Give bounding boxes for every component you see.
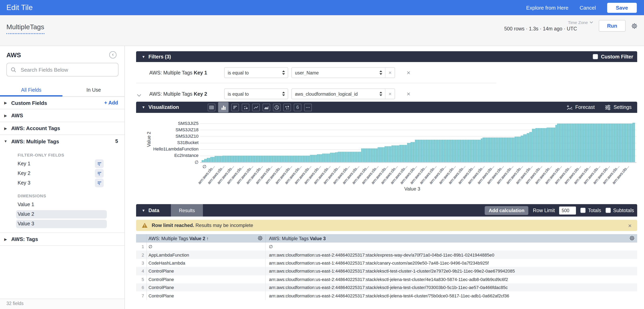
select-arrows-icon [282, 92, 288, 96]
add-calculation-button[interactable]: Add calculation [485, 206, 528, 215]
row-limit-input[interactable] [559, 206, 576, 214]
dimensions-heading: DIMENSIONS [18, 193, 124, 198]
table-row[interactable]: 4ControlPlanearn:aws:cloudformation:us-e… [136, 267, 637, 275]
sidebar-field-value2-selected[interactable]: Value 2 [0, 209, 124, 219]
gear-icon[interactable] [631, 22, 638, 29]
tab-results[interactable]: Results [171, 204, 203, 216]
filters-header-bar[interactable]: ▼ Filters (3) Custom Filter [136, 51, 637, 62]
search-input[interactable] [20, 66, 114, 73]
select-arrows-icon [380, 92, 385, 96]
sidebar-item-account-tags[interactable]: ▶ AWS: Account Tags [0, 122, 124, 135]
collapse-sidebar-icon[interactable]: ‹ [109, 51, 116, 58]
sidebar-item-aws-tags[interactable]: ▶ AWS: Tags [0, 233, 124, 246]
sidebar-field-key2[interactable]: Key 2 [0, 168, 124, 178]
sidebar-item-aws[interactable]: ▶ AWS [0, 109, 124, 122]
cell-value2: ControlPlane [147, 284, 266, 292]
map-chart-icon[interactable] [284, 104, 291, 111]
save-button[interactable]: Save [607, 2, 637, 12]
cell-value3: arn:aws:cloudformation:us-east-2:4486402… [266, 285, 637, 290]
caret-down-icon: ▼ [142, 55, 145, 59]
filter-only-fields-heading: FILTER-ONLY FIELDS [18, 152, 124, 157]
forecast-button[interactable]: Forecast [566, 104, 594, 110]
filter-icon[interactable] [95, 178, 104, 187]
add-custom-field-button[interactable]: + Add [104, 100, 118, 106]
field-count-badge: 5 [115, 138, 118, 144]
row-limit-label: Row Limit [533, 208, 555, 213]
table-row[interactable]: 5ControlPlanearn:aws:cloudformation:us-e… [136, 275, 637, 284]
column-header-value2[interactable]: AWS: Multiple Tags Value 2↑ [147, 234, 266, 242]
y-tick-label: ∅ [136, 160, 198, 165]
y-tick-label: S31Bucket [136, 140, 198, 145]
cancel-button[interactable]: Cancel [580, 4, 596, 10]
pie-chart-icon[interactable] [273, 104, 280, 111]
tab-in-use[interactable]: In Use [62, 84, 125, 96]
column-gear-icon[interactable] [629, 235, 635, 241]
filter-operator-select[interactable]: is equal to [224, 88, 288, 99]
clear-value-icon[interactable]: × [385, 68, 395, 78]
table-row[interactable]: 1∅∅ [136, 242, 637, 251]
x-axis-title: Value 3 [380, 186, 444, 192]
custom-filter-label: Custom Filter [601, 54, 633, 60]
table-chart-icon[interactable] [208, 104, 215, 111]
clear-value-icon[interactable]: × [385, 89, 395, 99]
totals-checkbox[interactable] [580, 208, 586, 213]
filter-operator-select[interactable]: is equal to [224, 67, 288, 78]
explore-title[interactable]: MultipleTags [6, 23, 44, 34]
visualization-header-bar[interactable]: ▼ Visualization 6 ••• Forecast [136, 102, 637, 113]
tab-all-fields[interactable]: All Fields [0, 84, 62, 96]
sidebar-field-value3-selected[interactable]: Value 3 [0, 219, 124, 228]
select-arrows-icon [380, 70, 385, 75]
single-value-icon[interactable]: 6 [294, 104, 302, 111]
column-header-value3[interactable]: AWS: Multiple Tags Value 3 [266, 234, 637, 242]
sidebar-field-value1[interactable]: Value 1 [0, 200, 124, 209]
sidebar-field-key1[interactable]: Key 1 [0, 159, 124, 168]
top-bar: Edit Tile Explore from Here Cancel Save [0, 0, 644, 15]
run-button[interactable]: Run [598, 20, 626, 32]
remove-filter-icon[interactable]: × [407, 90, 410, 98]
sidebar-field-key3[interactable]: Key 3 [0, 178, 124, 188]
column-chart[interactable]: Value 2 ∅Ec2InstanceHello1LambdaFunction… [136, 113, 637, 204]
dismiss-warning-icon[interactable]: × [628, 222, 632, 229]
table-header-row: AWS: Multiple Tags Value 2↑ AWS: Multipl… [136, 234, 637, 242]
remove-filter-icon[interactable]: × [407, 69, 410, 76]
custom-filter-checkbox[interactable] [593, 54, 598, 59]
table-row[interactable]: 2AppLambdaFunctionarn:aws:cloudformation… [136, 251, 637, 259]
fields-count-footer: 32 fields [0, 298, 124, 309]
edit-tile-window: Edit Tile Explore from Here Cancel Save … [0, 0, 644, 309]
results-table: AWS: Multiple Tags Value 2↑ AWS: Multipl… [136, 234, 637, 300]
more-chart-types-icon[interactable]: ••• [304, 104, 312, 111]
column-chart-icon-selected[interactable] [218, 102, 228, 112]
subtotals-checkbox[interactable] [606, 208, 611, 213]
sidebar-item-multiple-tags[interactable]: ▼ AWS: Multiple Tags 5 [0, 135, 124, 148]
scatter-chart-icon[interactable] [242, 104, 249, 111]
cell-value2: CodeHashLambda [147, 259, 266, 267]
explore-from-here-button[interactable]: Explore from Here [526, 4, 568, 10]
warning-triangle-icon [142, 222, 148, 228]
totals-checkbox-group: Totals [580, 208, 601, 213]
line-chart-icon[interactable] [252, 104, 260, 111]
filter-icon[interactable] [95, 169, 104, 178]
cell-value3: arn:aws:cloudformation:us-east-2:4486402… [266, 293, 637, 298]
filter-icon[interactable] [95, 159, 104, 168]
filter-value-select[interactable]: user_Name × [292, 67, 395, 78]
sidebar-item-custom-fields[interactable]: ▶ Custom Fields + Add [0, 96, 124, 109]
filters-section: ▼ Filters (3) Custom Filter AWS: Multipl… [136, 51, 637, 102]
area-chart-icon[interactable] [262, 104, 270, 111]
table-row[interactable]: 6ControlPlanearn:aws:cloudformation:us-e… [136, 284, 637, 292]
row-number: 1 [136, 242, 147, 251]
data-header-bar[interactable]: ▼ Data Results Add calculation Row Limit… [136, 204, 637, 216]
select-arrows-icon [282, 70, 288, 75]
cell-value2: ControlPlane [147, 267, 266, 275]
cell-value3: arn:aws:cloudformation:us-east-1:4486402… [266, 260, 637, 265]
bar-chart-icon[interactable] [231, 104, 239, 111]
filter-value-select[interactable]: aws_cloudformation_logical_id × [292, 88, 395, 99]
search-field-box [6, 63, 118, 76]
search-icon [11, 67, 16, 73]
row-number: 5 [136, 275, 147, 284]
time-zone-dropdown[interactable]: Time Zone [568, 20, 593, 25]
time-zone-label: Time Zone [568, 20, 588, 25]
table-row[interactable]: 3CodeHashLambdaarn:aws:cloudformation:us… [136, 259, 637, 267]
column-gear-icon[interactable] [257, 235, 263, 241]
settings-button[interactable]: Settings [605, 104, 632, 110]
table-row[interactable]: 7ControlPlanearn:aws:cloudformation:us-e… [136, 292, 637, 300]
